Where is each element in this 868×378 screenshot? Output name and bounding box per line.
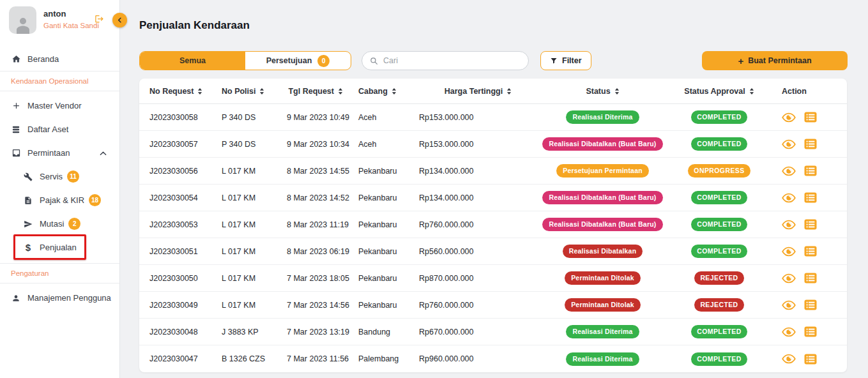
cell-harga: Rp153.000.000 — [419, 113, 537, 122]
detail-list-icon[interactable] — [804, 299, 817, 310]
view-icon[interactable] — [782, 354, 796, 364]
sidebar-item-master-vendor[interactable]: Master Vendor — [0, 94, 119, 117]
sidebar-item-label: Beranda — [27, 54, 59, 64]
detail-list-icon[interactable] — [804, 354, 817, 365]
sidebar-item-mutasi[interactable]: Mutasi 2 — [0, 212, 119, 236]
sidebar-collapse-button[interactable] — [112, 13, 127, 27]
cell-cabang: Pekanbaru — [358, 274, 419, 283]
inbox-icon — [11, 148, 21, 158]
cell-tgl-request: 7 Mar 2023 14:56 — [287, 301, 358, 310]
sidebar-item-label: Pajak & KIR — [40, 195, 84, 205]
detail-list-icon[interactable] — [804, 192, 817, 203]
sort-icon[interactable] — [259, 87, 264, 95]
detail-list-icon[interactable] — [804, 326, 817, 337]
divider — [0, 91, 119, 91]
sidebar-item-label: Manajemen Pengguna — [27, 293, 111, 303]
search-input[interactable] — [383, 56, 521, 65]
cell-tgl-request: 8 Mar 2023 14:55 — [287, 167, 358, 176]
paper-plane-icon — [23, 220, 33, 229]
detail-list-icon[interactable] — [804, 273, 817, 284]
sort-icon[interactable] — [614, 87, 620, 95]
detail-list-icon[interactable] — [804, 112, 817, 123]
logout-icon[interactable] — [95, 14, 104, 24]
cell-harga: Rp960.000.000 — [419, 354, 537, 363]
sort-icon[interactable] — [392, 87, 397, 95]
cell-tgl-request: 8 Mar 2023 06:19 — [287, 247, 358, 256]
cell-cabang: Pekanbaru — [358, 247, 419, 256]
status-approval-badge: COMPLETED — [691, 245, 747, 258]
detail-list-icon[interactable] — [804, 219, 817, 230]
avatar — [9, 6, 36, 34]
sidebar-item-manajemen-pengguna[interactable]: Manajemen Pengguna — [0, 286, 119, 310]
view-icon[interactable] — [782, 327, 796, 337]
create-request-button[interactable]: + Buat Permintaan — [702, 51, 848, 70]
cell-harga: Rp670.000.000 — [419, 328, 537, 336]
chevron-left-icon — [116, 17, 123, 24]
servis-count-badge: 11 — [67, 170, 79, 183]
cell-no-request: J2023030047 — [149, 354, 222, 363]
status-badge: Realisasi Dibatalkan (Buat Baru) — [542, 191, 662, 204]
sidebar-item-daftar-aset[interactable]: Daftar Aset — [0, 117, 119, 141]
cell-tgl-request: 9 Mar 2023 10:49 — [287, 113, 358, 122]
cell-no-request: J2023030057 — [149, 140, 222, 149]
sidebar-item-label: Penjualan — [40, 243, 77, 252]
sidebar-item-pajak-kir[interactable]: Pajak & KIR 18 — [0, 188, 119, 212]
sidebar-item-label: Daftar Aset — [27, 125, 68, 134]
sidebar-item-penjualan[interactable]: $ Penjualan — [0, 236, 119, 259]
cell-no-request: J2023030056 — [149, 167, 222, 176]
cell-no-request: J2023030049 — [149, 301, 222, 310]
cell-no-request: J2023030051 — [149, 247, 222, 256]
home-icon — [11, 54, 21, 64]
view-icon[interactable] — [782, 166, 796, 176]
cell-no-polisi: L 017 KM — [222, 301, 287, 310]
status-badge: Realisasi Dibatalkan (Buat Baru) — [542, 137, 662, 151]
user-icon — [11, 294, 21, 303]
divider — [0, 283, 119, 284]
cell-cabang: Bandung — [358, 328, 419, 336]
change-password-link[interactable]: Ganti Kata Sandi — [43, 21, 99, 31]
status-approval-badge: COMPLETED — [691, 325, 747, 338]
status-approval-badge: COMPLETED — [691, 137, 747, 151]
app-root: anton Ganti Kata Sandi Beranda Kendaraan… — [0, 0, 868, 378]
view-icon[interactable] — [782, 193, 796, 203]
sidebar-item-beranda[interactable]: Beranda — [0, 47, 119, 71]
view-icon[interactable] — [782, 220, 796, 230]
filter-button[interactable]: Filter — [540, 51, 591, 70]
view-icon[interactable] — [782, 273, 796, 284]
table-header: No Request No Polisi Tgl Request Cabang … — [139, 79, 847, 104]
detail-list-icon[interactable] — [804, 139, 817, 149]
table-row: J2023030048 J 3883 KP 7 Mar 2023 13:19 B… — [139, 319, 847, 345]
status-badge: Permintaan Ditolak — [565, 271, 641, 285]
view-icon[interactable] — [782, 112, 796, 123]
tab-persetujuan[interactable]: Persetujuan 0 — [245, 52, 351, 70]
table-row: J2023030057 P 340 DS 9 Mar 2023 10:34 Ac… — [139, 131, 847, 158]
cell-cabang: Aceh — [358, 140, 419, 149]
sort-icon[interactable] — [506, 87, 512, 95]
sidebar-item-permintaan[interactable]: Permintaan — [0, 141, 119, 165]
view-icon[interactable] — [782, 246, 796, 257]
tab-semua[interactable]: Semua — [140, 52, 245, 70]
sidebar-item-label: Master Vendor — [27, 101, 82, 110]
cell-cabang: Pekanbaru — [358, 167, 419, 176]
table-row: J2023030056 L 017 KM 8 Mar 2023 14:55 Pe… — [139, 158, 847, 185]
view-icon[interactable] — [782, 300, 796, 310]
detail-list-icon[interactable] — [804, 165, 817, 176]
detail-list-icon[interactable] — [804, 246, 817, 257]
sidebar-item-servis[interactable]: Servis 11 — [0, 165, 119, 188]
controls-bar: Semua Persetujuan 0 Filter — [139, 51, 848, 70]
sort-icon[interactable] — [749, 87, 754, 95]
cell-tgl-request: 8 Mar 2023 11:19 — [287, 220, 358, 229]
cell-tgl-request: 8 Mar 2023 14:52 — [287, 193, 358, 202]
sort-icon[interactable] — [197, 87, 202, 95]
cell-no-request: J2023030058 — [149, 113, 222, 122]
status-approval-badge: ONPROGRESS — [688, 164, 750, 178]
status-approval-badge: REJECTED — [694, 298, 743, 312]
cell-no-polisi: P 340 DS — [222, 140, 287, 149]
column-header-action: Action — [770, 87, 837, 96]
sidebar-submenu: Servis 11 Pajak & KIR 18 Mutasi 2 — [0, 165, 119, 259]
cell-harga: Rp134.000.000 — [419, 193, 537, 202]
document-icon — [23, 196, 33, 205]
sort-icon[interactable] — [338, 87, 343, 95]
cell-tgl-request: 7 Mar 2023 13:19 — [287, 328, 358, 336]
view-icon[interactable] — [782, 139, 796, 149]
